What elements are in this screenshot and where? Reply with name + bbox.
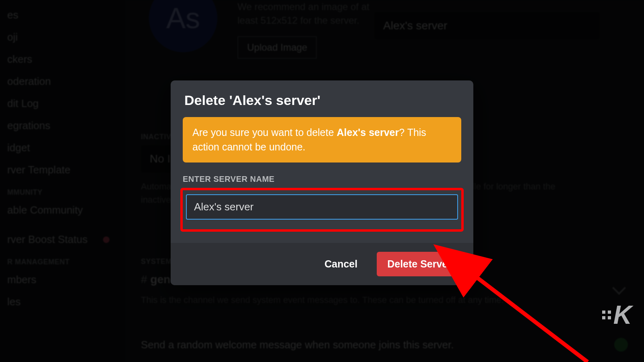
warning-banner: Are you sure you want to delete Alex's s… <box>183 117 461 162</box>
warning-text-prefix: Are you sure you want to delete <box>192 127 337 138</box>
watermark-logo: K <box>602 300 630 330</box>
watermark-dots-icon <box>602 311 611 319</box>
server-name-confirm-input[interactable] <box>186 194 458 220</box>
watermark-letter: K <box>613 300 630 330</box>
annotation-highlight-box <box>180 188 464 232</box>
delete-server-modal: Delete 'Alex's server' Are you sure you … <box>171 80 473 285</box>
warning-server-name: Alex's server <box>337 127 399 138</box>
enter-server-name-label: ENTER SERVER NAME <box>183 175 461 184</box>
delete-server-button[interactable]: Delete Server <box>377 252 462 276</box>
cancel-button[interactable]: Cancel <box>317 253 365 275</box>
modal-footer: Cancel Delete Server <box>171 243 473 285</box>
modal-title: Delete 'Alex's server' <box>171 80 473 117</box>
